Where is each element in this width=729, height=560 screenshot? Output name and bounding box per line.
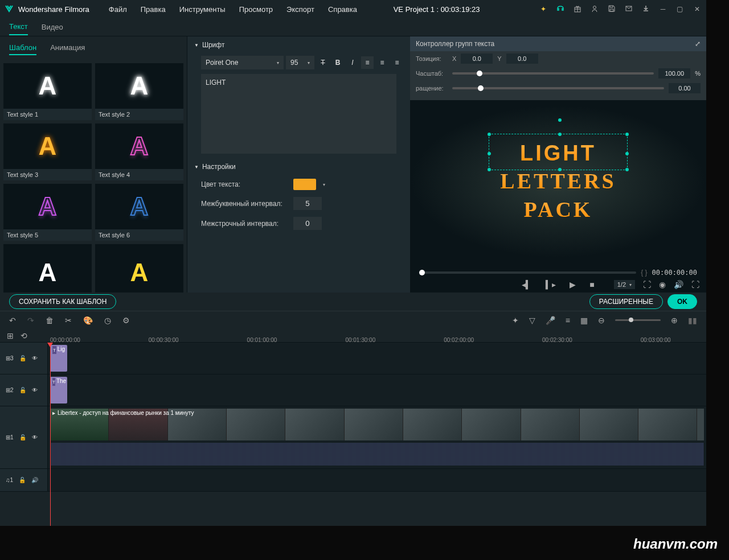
visibility-icon[interactable]: 👁	[32, 434, 38, 440]
lock-icon[interactable]: 🔓	[19, 355, 26, 361]
preview-zoom-select[interactable]: 1/2▾	[614, 280, 635, 289]
menu-edit[interactable]: Правка	[135, 3, 171, 16]
font-family-select[interactable]: Poiret One▾	[201, 56, 284, 69]
marker-icon[interactable]: ✦	[512, 316, 519, 325]
scale-slider[interactable]	[452, 72, 654, 75]
line-spacing-label: Межстрочный интервал:	[201, 220, 286, 228]
rotation-input[interactable]	[669, 83, 701, 93]
play-button[interactable]: ▶	[570, 280, 576, 289]
close-icon[interactable]: ✕	[693, 5, 702, 13]
redo-icon[interactable]: ↷	[27, 316, 34, 325]
style-item-4[interactable]: AText style 4	[95, 123, 183, 180]
menu-help[interactable]: Справка	[322, 3, 363, 16]
bold-button[interactable]: B	[331, 56, 344, 69]
snapshot-icon[interactable]: ◉	[659, 280, 666, 289]
shield-icon[interactable]: ▽	[529, 316, 535, 325]
menu-view[interactable]: Просмотр	[234, 3, 279, 16]
color-dropdown-icon[interactable]: ▾	[323, 182, 325, 187]
account-icon[interactable]	[590, 5, 599, 14]
letter-spacing-input[interactable]	[293, 197, 322, 210]
preview-line-1[interactable]: LIGHT	[500, 139, 616, 167]
style-item-3[interactable]: AText style 3	[3, 123, 92, 180]
volume-icon[interactable]: 🔊	[674, 280, 683, 289]
style-preview-letter: A	[39, 132, 57, 160]
strikethrough-button[interactable]: T	[317, 56, 329, 69]
position-y-input[interactable]	[506, 53, 538, 64]
prev-button[interactable]: ▍▸	[546, 280, 556, 289]
align-right-button[interactable]: ≡	[391, 56, 403, 69]
playback-slider[interactable]	[419, 271, 636, 274]
style-item-7[interactable]: A	[3, 244, 92, 293]
audio-waveform[interactable]	[50, 443, 704, 466]
ok-button[interactable]: OK	[667, 294, 697, 309]
lock-icon[interactable]: 🔓	[19, 387, 26, 393]
menu-export[interactable]: Экспорт	[281, 3, 320, 16]
scale-input[interactable]	[658, 68, 690, 79]
visibility-icon[interactable]: 👁	[32, 387, 38, 393]
gift-icon[interactable]	[573, 5, 582, 14]
position-x-input[interactable]	[461, 53, 493, 64]
font-section-header[interactable]: Шрифт	[187, 36, 410, 53]
advanced-button[interactable]: РАСШИРЕННЫЕ	[589, 294, 663, 309]
mic-icon[interactable]: 🎤	[546, 316, 555, 325]
line-spacing-input[interactable]	[293, 217, 322, 230]
stop-button[interactable]: ■	[589, 280, 594, 289]
lock-icon[interactable]: 🔓	[19, 477, 26, 483]
zoom-out-icon[interactable]: ⊖	[598, 316, 605, 325]
mute-icon[interactable]: 🔊	[31, 477, 38, 483]
fit-icon[interactable]: ▮▮	[688, 316, 697, 325]
fullscreen-icon[interactable]: ⛶	[691, 280, 699, 289]
display-icon[interactable]: ⛶	[643, 280, 651, 289]
track-manage-icon[interactable]: ⊞	[7, 331, 14, 340]
undo-icon[interactable]: ↶	[9, 316, 16, 325]
playhead[interactable]	[50, 343, 51, 526]
align-center-button[interactable]: ≡	[376, 56, 388, 69]
link-icon[interactable]: ⟲	[21, 331, 27, 340]
settings-section-header[interactable]: Настройки	[187, 158, 410, 175]
text-color-swatch[interactable]	[293, 179, 316, 190]
style-item-2[interactable]: AText style 2	[95, 63, 183, 120]
support-icon[interactable]	[556, 4, 565, 15]
text-content-input[interactable]: LIGHT	[201, 74, 396, 154]
subtab-template[interactable]: Шаблон	[9, 41, 36, 55]
delete-icon[interactable]: 🗑	[46, 316, 54, 325]
style-item-8[interactable]: A	[95, 244, 183, 293]
minimize-icon[interactable]: ─	[658, 5, 667, 13]
style-item-6[interactable]: AText style 6	[95, 184, 183, 241]
message-icon[interactable]	[624, 5, 633, 14]
rotation-slider[interactable]	[452, 87, 664, 89]
maximize-icon[interactable]: ▢	[675, 5, 685, 13]
layout-icon[interactable]: ▦	[580, 316, 588, 325]
cut-icon[interactable]: ✂	[65, 316, 72, 325]
menu-tools[interactable]: Инструменты	[174, 3, 231, 16]
settings-icon[interactable]: ⚙	[122, 316, 130, 325]
collapse-icon[interactable]: ⤢	[695, 40, 701, 48]
tab-text[interactable]: Текст	[9, 19, 28, 35]
tips-icon[interactable]: ✦	[539, 5, 548, 13]
clip-light[interactable]: TLig	[50, 345, 67, 372]
preview-line-2[interactable]: LETTERS	[500, 167, 616, 195]
preview-line-3[interactable]: PACK	[500, 196, 616, 224]
style-item-1[interactable]: AText style 1	[3, 63, 92, 120]
subtab-animation[interactable]: Анимация	[50, 41, 85, 55]
speed-icon[interactable]: ◷	[104, 316, 111, 325]
timeline-ruler[interactable]: ⊞ ⟲ 00:00:00:00 00:00:30:00 00:01:00:00 …	[0, 329, 706, 343]
save-icon[interactable]	[607, 5, 616, 14]
align-left-button[interactable]: ≡	[361, 56, 374, 69]
color-icon[interactable]: 🎨	[83, 316, 93, 325]
visibility-icon[interactable]: 👁	[32, 355, 38, 361]
mixer-icon[interactable]: ≡	[566, 316, 570, 325]
menu-file[interactable]: Файл	[103, 3, 133, 16]
italic-button[interactable]: I	[346, 56, 359, 69]
style-item-5[interactable]: AText style 5	[3, 184, 92, 241]
clip-the[interactable]: TThe	[50, 377, 67, 403]
zoom-in-icon[interactable]: ⊕	[671, 316, 678, 325]
lock-icon[interactable]: 🔓	[19, 434, 26, 440]
download-icon[interactable]	[641, 5, 650, 14]
tab-video[interactable]: Видео	[42, 19, 63, 35]
prev-frame-button[interactable]: ◂▍	[522, 280, 532, 289]
font-size-select[interactable]: 95▾	[286, 56, 314, 69]
timeline-zoom-slider[interactable]	[615, 319, 661, 321]
video-preview[interactable]: LIGHT LETTERS PACK	[410, 105, 706, 258]
save-as-template-button[interactable]: СОХРАНИТЬ КАК ШАБЛОН	[9, 294, 116, 309]
